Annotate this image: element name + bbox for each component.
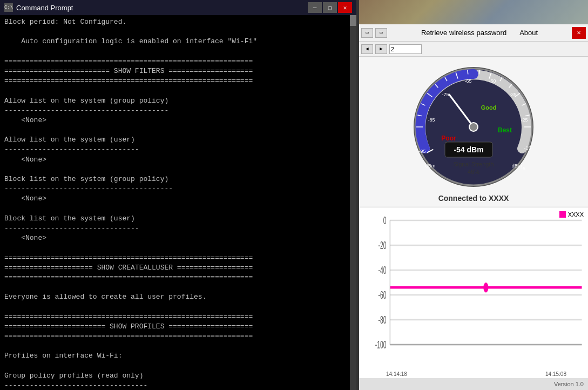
wifi-small-btn-2[interactable]: ▭ [375, 28, 387, 38]
connected-text: Connected to XXXX [438, 194, 509, 203]
cmd-icon: C:\ [4, 3, 13, 12]
svg-text:0: 0 [383, 214, 387, 226]
svg-text:Best: Best [498, 126, 512, 134]
svg-text:-20: -20 [379, 239, 387, 251]
svg-line-27 [479, 70, 479, 75]
chart-legend: XXXX [559, 211, 584, 218]
cmd-minimize-button[interactable]: — [308, 2, 322, 13]
svg-text:-40: -40 [379, 264, 387, 276]
svg-text:-80: -80 [379, 313, 387, 326]
svg-text:-95: -95 [418, 149, 425, 154]
svg-text:-15: -15 [524, 145, 531, 151]
svg-text:dBm: dBm [425, 163, 436, 169]
wifi-app: ▭ ▭ Retrieve wireless password About ✕ ◀… [359, 0, 588, 390]
cmd-titlebar-left: C:\ Command Prompt [4, 3, 73, 12]
svg-text:Poor: Poor [441, 135, 456, 142]
menu-retrieve-wireless-password[interactable]: Retrieve wireless password [415, 26, 513, 39]
cmd-title: Command Prompt [16, 4, 73, 12]
legend-color-dot [559, 211, 566, 218]
cmd-scrollthumb[interactable] [350, 15, 356, 26]
svg-text:dBm: dBm [512, 163, 522, 169]
chart-xaxis: 14:14:18 14:15:08 [359, 369, 588, 378]
wifi-toolbar2-left: ◀ ▶ [361, 44, 422, 54]
svg-text:-75: -75 [442, 92, 449, 97]
chart-svg: 0 -20 -40 -60 -80 -100 [359, 208, 588, 369]
wifi-close-icon: ✕ [577, 29, 580, 37]
cmd-scrollbar[interactable] [350, 15, 356, 390]
chart-container: XXXX 0 -20 -40 -60 -80 -100 [359, 208, 588, 378]
wifi-menu-bar: Retrieve wireless password About [415, 26, 544, 39]
svg-text:Signal Strength: Signal Strength [453, 161, 494, 167]
wifi-input-field[interactable] [389, 44, 422, 54]
wifi-close-button[interactable]: ✕ [572, 27, 586, 39]
cmd-content[interactable]: Block period: Not Configured. Auto confi… [0, 15, 356, 390]
svg-line-26 [468, 70, 468, 75]
svg-text:-65: -65 [464, 78, 471, 84]
wifi-toolbar: ▭ ▭ Retrieve wireless password About ✕ [359, 24, 588, 42]
menu-about[interactable]: About [513, 26, 544, 39]
wifi-small-btn-1[interactable]: ▭ [361, 28, 373, 38]
svg-text:-25: -25 [521, 117, 528, 123]
cmd-window: C:\ Command Prompt — ❐ ✕ Block period: N… [0, 0, 356, 390]
wifi-bg-image [359, 0, 588, 24]
svg-point-18 [469, 123, 478, 131]
wifi-toolbar2-btn2[interactable]: ▶ [375, 44, 387, 54]
svg-text:-50: -50 [489, 78, 496, 84]
cmd-restore-button[interactable]: ❐ [323, 2, 337, 13]
svg-text:-100: -100 [375, 338, 387, 351]
chart-area: XXXX 0 -20 -40 -60 -80 -100 [359, 208, 588, 369]
svg-text:46%: 46% [468, 169, 479, 175]
wifi-toolbar2: ◀ ▶ [359, 42, 588, 57]
version-text: Version 1.0 [554, 381, 584, 387]
svg-text:Good: Good [481, 104, 497, 111]
wifi-toolbar2-btn1[interactable]: ◀ [361, 44, 373, 54]
wifi-toolbar-buttons: ▭ ▭ [361, 28, 387, 38]
gauge-container: -95 -85 -75 -65 -50 -35 -25 -15 -5 dBm [359, 57, 588, 206]
svg-text:-85: -85 [428, 117, 435, 123]
cmd-close-button[interactable]: ✕ [338, 2, 352, 13]
cmd-icon-symbol: C:\ [4, 5, 13, 10]
svg-text:-54 dBm: -54 dBm [454, 145, 483, 154]
svg-text:-60: -60 [379, 288, 387, 301]
chart-xaxis-label-end: 14:15:08 [545, 371, 566, 377]
legend-label: XXXX [568, 211, 584, 218]
gauge-wrapper: -95 -85 -75 -65 -50 -35 -25 -15 -5 dBm [409, 62, 538, 192]
cmd-titlebar: C:\ Command Prompt — ❐ ✕ [0, 0, 356, 15]
cmd-controls: — ❐ ✕ [308, 2, 352, 13]
svg-point-53 [483, 283, 488, 292]
chart-xaxis-label-start: 14:14:18 [386, 371, 407, 377]
version-bar: Version 1.0 [359, 378, 588, 390]
gauge-svg: -95 -85 -75 -65 -50 -35 -25 -15 -5 dBm [409, 62, 538, 192]
